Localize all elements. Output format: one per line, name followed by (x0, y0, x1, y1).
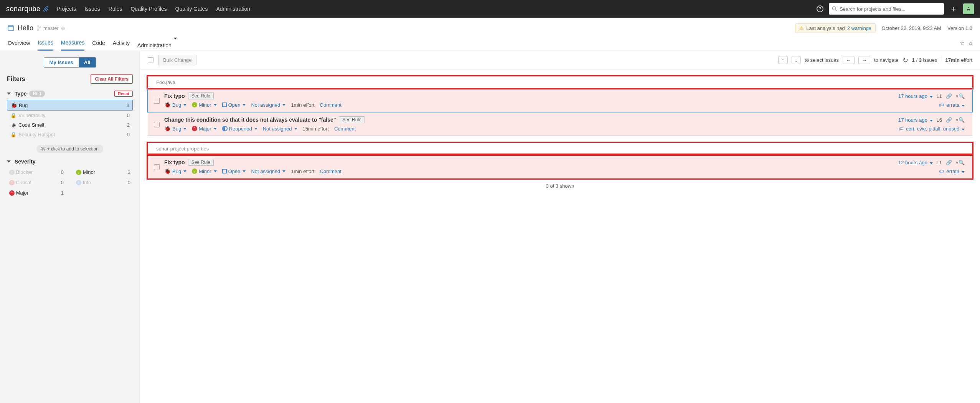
nav-issues[interactable]: Issues (84, 6, 100, 12)
permalink-icon[interactable]: 🔗 (946, 160, 952, 165)
select-all-checkbox[interactable] (148, 57, 153, 63)
issue-severity[interactable]: ⌃ Major (192, 126, 217, 132)
toggle-all-issues[interactable]: All (79, 58, 96, 67)
nav-quality-profiles[interactable]: Quality Profiles (130, 6, 167, 12)
see-rule-button[interactable]: See Rule (339, 116, 365, 123)
facet-item-label: Bug (19, 102, 28, 108)
issue-type[interactable]: 🐞 Bug (164, 168, 186, 174)
divider (941, 56, 941, 64)
facet-severity-header[interactable]: Severity (7, 159, 133, 165)
brand-wave-icon (42, 5, 49, 12)
facet-type-header[interactable]: Type Bug Reset (7, 91, 133, 97)
chevron-down-icon (174, 38, 177, 47)
issue-age[interactable]: 17 hours ago (898, 117, 933, 123)
tab-issues[interactable]: Issues (38, 36, 53, 51)
filter-similar-icon[interactable]: ▾🔍 (956, 117, 965, 123)
tab-administration[interactable]: Administration (137, 34, 177, 52)
key-up: ↑ (778, 56, 788, 64)
issue-comment-link[interactable]: Comment (334, 126, 356, 132)
facet-severity-label: Severity (15, 159, 35, 165)
facet-item-count: 0 (127, 132, 130, 137)
issue-assignee[interactable]: Not assigned (251, 168, 285, 174)
issue-severity[interactable]: ⌄ Minor (192, 168, 217, 174)
facet-item-code-smell[interactable]: ◉ Code Smell 2 (7, 120, 133, 130)
severity-major[interactable]: ⌃ Major1 (7, 188, 66, 197)
branch-selector[interactable]: master ⊕ (37, 25, 65, 31)
search-input[interactable] (840, 6, 941, 12)
user-avatar[interactable]: A (963, 3, 974, 14)
issue-assignee[interactable]: Not assigned (263, 126, 297, 132)
issue-tags[interactable]: cert, cwe, pitfall, unused (906, 126, 965, 132)
issue-type[interactable]: 🐞 Bug (164, 126, 186, 132)
global-search[interactable] (829, 3, 944, 15)
svg-point-4 (38, 26, 39, 27)
nav-administration[interactable]: Administration (216, 6, 250, 12)
global-nav: sonarqube Projects Issues Rules Quality … (0, 0, 980, 18)
issue-age[interactable]: 12 hours ago (898, 160, 933, 165)
warning-link[interactable]: 2 warnings (847, 25, 871, 31)
favorite-icon[interactable]: ☆ (960, 36, 965, 50)
home-icon[interactable]: ⌂ (969, 36, 972, 50)
brand-logo[interactable]: sonarqube (6, 5, 49, 13)
tab-measures[interactable]: Measures (61, 36, 84, 51)
clear-all-filters-button[interactable]: Clear All Filters (91, 74, 133, 84)
toggle-my-issues[interactable]: My Issues (44, 58, 79, 67)
see-rule-button[interactable]: See Rule (188, 159, 214, 166)
tab-activity[interactable]: Activity (113, 36, 130, 50)
facet-item-vulnerability[interactable]: 🔒 Vulnerability 0 (7, 111, 133, 120)
issue-comment-link[interactable]: Comment (320, 102, 342, 108)
filters-heading: Filters (7, 76, 25, 83)
nav-quality-gates[interactable]: Quality Gates (175, 6, 208, 12)
issue-comment-link[interactable]: Comment (320, 168, 342, 174)
severity-icon: ⌃ (192, 126, 197, 131)
permalink-icon[interactable]: 🔗 (946, 93, 952, 99)
issue-checkbox[interactable] (154, 98, 160, 104)
issue-status[interactable]: Open (222, 168, 246, 174)
issue-row[interactable]: Change this condition so that it does no… (148, 112, 972, 136)
facet-type-reset-button[interactable]: Reset (114, 91, 133, 97)
issue-row[interactable]: Fix typo See Rule 12 hours ago L1 🔗 ▾🔍 🐞… (148, 155, 972, 178)
issue-group-header[interactable]: Foo.java (148, 76, 972, 88)
severity-critical[interactable]: ⌃ Critical0 (7, 178, 66, 187)
issue-group-header[interactable]: sonar-project.properties (148, 143, 972, 155)
svg-line-1 (835, 10, 837, 11)
issue-checkbox[interactable] (154, 164, 160, 170)
severity-blocker[interactable]: ! Blocker0 (7, 168, 66, 177)
create-icon[interactable]: ＋ (949, 3, 958, 15)
filter-similar-icon[interactable]: ▾🔍 (956, 160, 965, 165)
analysis-warning[interactable]: ⚠ Last analysis had 2 warnings (795, 23, 875, 33)
issue-tags[interactable]: errata (946, 168, 965, 174)
nav-rules[interactable]: Rules (109, 6, 122, 12)
issue-row[interactable]: Fix typo See Rule 17 hours ago L1 🔗 ▾🔍 🐞… (148, 88, 972, 112)
critical-icon: ⌃ (9, 180, 15, 185)
facet-item-bug[interactable]: 🐞 Bug 3 (7, 100, 133, 111)
issue-tags[interactable]: errata (946, 102, 965, 108)
analysis-date: October 22, 2019, 9:23 AM (882, 25, 941, 31)
nav-projects[interactable]: Projects (57, 6, 76, 12)
help-icon[interactable]: ? (817, 5, 823, 12)
project-name[interactable]: Hello (18, 24, 33, 32)
tab-code[interactable]: Code (92, 36, 105, 50)
filter-similar-icon[interactable]: ▾🔍 (956, 93, 965, 99)
issue-checkbox[interactable] (154, 122, 160, 127)
issue-status[interactable]: Reopened (222, 126, 257, 132)
refresh-icon[interactable]: ↻ (902, 56, 908, 64)
see-rule-button[interactable]: See Rule (188, 92, 214, 99)
severity-minor[interactable]: ⌄ Minor2 (74, 168, 133, 177)
bug-icon: 🐞 (164, 126, 171, 132)
facet-item-security-hotspot[interactable]: 🔒 Security Hotspot 0 (7, 130, 133, 139)
bulk-change-button[interactable]: Bulk Change (158, 55, 196, 65)
issue-type[interactable]: 🐞 Bug (164, 102, 186, 108)
facet-item-count: 0 (127, 112, 130, 118)
permalink-icon[interactable]: 🔗 (946, 117, 952, 123)
issues-toolbar: Bulk Change ↑ ↓ to select issues ← → to … (140, 51, 980, 69)
facet-severity-list: ! Blocker0 ⌄ Minor2 ⌃ Critical0 i Info0 … (7, 168, 133, 197)
filters-sidebar: My Issues All Filters Clear All Filters … (0, 51, 140, 403)
issue-status[interactable]: Open (222, 102, 246, 108)
tab-overview[interactable]: Overview (8, 36, 30, 50)
issue-assignee[interactable]: Not assigned (251, 102, 285, 108)
issue-age[interactable]: 17 hours ago (898, 93, 933, 99)
severity-info[interactable]: i Info0 (74, 178, 133, 187)
issue-severity[interactable]: ⌄ Minor (192, 102, 217, 108)
add-branch-icon[interactable]: ⊕ (61, 25, 65, 31)
